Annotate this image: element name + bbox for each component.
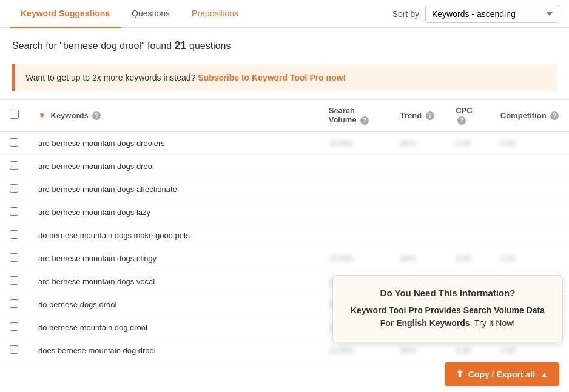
row-checkbox[interactable] bbox=[10, 322, 18, 331]
sort-area: Sort by Keywords - ascending Keywords - … bbox=[392, 5, 559, 23]
header-trend: Trend ? bbox=[391, 100, 446, 131]
row-checkbox-cell bbox=[0, 154, 29, 178]
summary-count: 21 bbox=[175, 39, 187, 51]
header-trend-label: Trend bbox=[400, 111, 422, 120]
row-checkbox-cell bbox=[0, 201, 29, 224]
cpc-cell bbox=[446, 178, 491, 201]
row-checkbox[interactable] bbox=[10, 253, 18, 262]
keyword-cell: are bernese mountain dogs vocal bbox=[29, 270, 319, 293]
row-checkbox-cell bbox=[0, 178, 29, 201]
summary-suffix: questions bbox=[187, 41, 231, 51]
tabs-bar: Keyword Suggestions Questions Prepositio… bbox=[0, 0, 569, 28]
row-checkbox[interactable] bbox=[10, 299, 18, 308]
select-all-checkbox[interactable] bbox=[10, 110, 19, 119]
row-checkbox[interactable] bbox=[10, 230, 18, 239]
sort-select[interactable]: Keywords - ascending Keywords - descendi… bbox=[425, 5, 559, 23]
keyword-cell: are bernese mountain dogs drool bbox=[29, 154, 319, 178]
trend-cell: 90% bbox=[391, 247, 446, 270]
cpc-cell bbox=[446, 154, 491, 178]
popup-suffix: . Try It Now! bbox=[470, 318, 516, 328]
header-search-volume: Search Volume ? bbox=[319, 100, 391, 131]
row-checkbox-cell bbox=[0, 247, 29, 270]
trend-cell bbox=[391, 154, 446, 178]
table-row: are bernese mountain dogs lazy bbox=[0, 201, 569, 224]
popup-link[interactable]: Keyword Tool Pro Provides Search Volume … bbox=[351, 305, 545, 328]
header-checkbox-cell bbox=[0, 100, 29, 131]
info-popup: Do You Need This Information? Keyword To… bbox=[332, 275, 563, 342]
footer-bar: ⬆ Copy / Export all ▲ bbox=[0, 356, 569, 362]
cpc-info-icon[interactable]: ? bbox=[457, 116, 466, 125]
competition-cell bbox=[491, 154, 569, 178]
tab-questions[interactable]: Questions bbox=[121, 0, 181, 28]
trend-cell bbox=[391, 201, 446, 224]
competition-info-icon[interactable]: ? bbox=[550, 111, 559, 120]
row-checkbox-cell bbox=[0, 293, 29, 316]
keyword-cell: do bernese dogs drool bbox=[29, 293, 319, 316]
competition-cell bbox=[491, 178, 569, 201]
row-checkbox-cell bbox=[0, 270, 29, 293]
row-checkbox[interactable] bbox=[10, 345, 18, 354]
competition-cell bbox=[491, 224, 569, 247]
table-row: are bernese mountain dogs droolers10,000… bbox=[0, 131, 569, 155]
header-keywords: ▼ Keywords ? bbox=[29, 100, 319, 131]
table-row: are bernese mountain dogs clingy10,00090… bbox=[0, 247, 569, 270]
keyword-cell: do bernese mountain dogs make good pets bbox=[29, 224, 319, 247]
keyword-cell: are bernese mountain dogs droolers bbox=[29, 131, 319, 155]
header-competition: Competition ? bbox=[491, 100, 569, 131]
tab-prepositions[interactable]: Prepositions bbox=[181, 0, 249, 28]
row-checkbox[interactable] bbox=[10, 161, 18, 170]
competition-cell: 0.00 bbox=[491, 247, 569, 270]
sort-label: Sort by bbox=[392, 9, 419, 19]
keyword-cell: do bernese mountain dog drool bbox=[29, 316, 319, 339]
table-container: ▼ Keywords ? Search Volume ? Trend ? CPC… bbox=[0, 99, 569, 362]
header-keywords-label: Keywords bbox=[51, 111, 89, 120]
trend-info-icon[interactable]: ? bbox=[426, 111, 434, 120]
volume-cell bbox=[319, 178, 391, 201]
volume-cell: 10,000 bbox=[319, 247, 391, 270]
summary-prefix: Search for "bernese dog drool" found bbox=[12, 41, 175, 51]
promo-banner: Want to get up to 2x more keywords inste… bbox=[12, 64, 557, 91]
volume-cell bbox=[319, 154, 391, 178]
sort-arrow-icon: ▼ bbox=[38, 111, 46, 120]
row-checkbox[interactable] bbox=[10, 207, 18, 216]
popup-body: Keyword Tool Pro Provides Search Volume … bbox=[348, 304, 548, 330]
trend-cell bbox=[391, 178, 446, 201]
volume-info-icon[interactable]: ? bbox=[360, 116, 369, 125]
row-checkbox-cell bbox=[0, 316, 29, 339]
row-checkbox-cell bbox=[0, 224, 29, 247]
header-competition-label: Competition bbox=[500, 111, 547, 120]
popup-title: Do You Need This Information? bbox=[348, 288, 548, 298]
trend-cell bbox=[391, 224, 446, 247]
table-row: are bernese mountain dogs drool bbox=[0, 154, 569, 178]
tab-keyword-suggestions[interactable]: Keyword Suggestions bbox=[10, 0, 121, 28]
volume-cell bbox=[319, 224, 391, 247]
header-cpc-label: CPC bbox=[456, 106, 472, 115]
keyword-cell: are bernese mountain dogs affectionate bbox=[29, 178, 319, 201]
promo-link[interactable]: Subscribe to Keyword Tool Pro now! bbox=[198, 73, 346, 82]
table-row: do bernese mountain dogs make good pets bbox=[0, 224, 569, 247]
row-checkbox[interactable] bbox=[10, 276, 18, 285]
search-summary: Search for "bernese dog drool" found 21 … bbox=[0, 28, 569, 58]
volume-cell bbox=[319, 201, 391, 224]
keyword-cell: are bernese mountain dogs clingy bbox=[29, 247, 319, 270]
promo-text: Want to get up to 2x more keywords inste… bbox=[25, 73, 195, 82]
cpc-cell bbox=[446, 224, 491, 247]
table-header-row: ▼ Keywords ? Search Volume ? Trend ? CPC… bbox=[0, 100, 569, 131]
cpc-cell: 0.00 bbox=[446, 131, 491, 155]
trend-cell: 90% bbox=[391, 131, 446, 155]
table-row: are bernese mountain dogs affectionate bbox=[0, 178, 569, 201]
competition-cell: 0.00 bbox=[491, 131, 569, 155]
cpc-cell: 0.00 bbox=[446, 247, 491, 270]
row-checkbox[interactable] bbox=[10, 138, 18, 147]
keyword-cell: are bernese mountain dogs lazy bbox=[29, 201, 319, 224]
volume-cell: 10,000 bbox=[319, 131, 391, 155]
row-checkbox-cell bbox=[0, 131, 29, 155]
competition-cell bbox=[491, 201, 569, 224]
row-checkbox[interactable] bbox=[10, 184, 18, 193]
header-cpc: CPC ? bbox=[446, 100, 491, 131]
keywords-info-icon[interactable]: ? bbox=[92, 111, 101, 120]
cpc-cell bbox=[446, 201, 491, 224]
header-volume-label: Search Volume bbox=[329, 106, 357, 124]
